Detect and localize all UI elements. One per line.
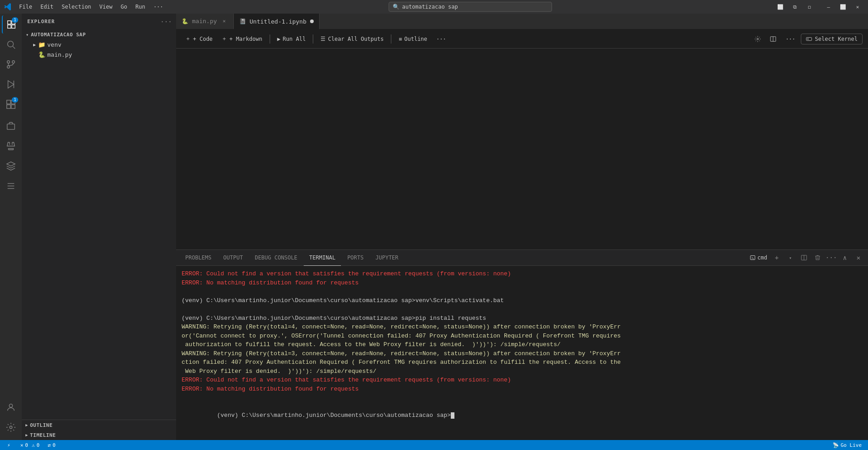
sidebar-actions: ··· (162, 17, 171, 26)
go-live-btn[interactable]: 📡 Go Live (830, 442, 864, 448)
status-errors[interactable]: ✕ 0 ⚠ 0 (19, 440, 42, 450)
search-box[interactable]: 🔍 automatizacao sap (389, 2, 552, 12)
tab-notebook[interactable]: 📓 Untitled-1.ipynb (234, 14, 320, 29)
activity-tools[interactable] (2, 177, 20, 195)
explorer-tree: ▾ AUTOMATIZACAO SAP ▶ 📁 venv ▶ 🐍 main.py (22, 29, 176, 420)
search-text: automatizacao sap (402, 4, 458, 10)
status-bar: ⚡ ✕ 0 ⚠ 0 ⇄ 0 📡 Go Live (0, 440, 868, 450)
panel-close-btn[interactable]: ✕ (853, 252, 864, 264)
panel-more-btn[interactable]: ··· (825, 252, 837, 264)
terminal-line-2: ERROR: No matching distribution found fo… (182, 279, 863, 288)
terminal-trash-btn[interactable] (812, 252, 824, 264)
sidebar-more-btn[interactable]: ··· (162, 17, 171, 26)
sync-icon: ⇄ (48, 442, 51, 448)
layout-btn-2[interactable]: ⧉ (788, 2, 802, 11)
panel-maximize-btn[interactable]: ∧ (839, 252, 851, 264)
notebook-settings-btn[interactable] (751, 34, 764, 44)
terminal-line-5 (182, 305, 863, 314)
maximize-btn[interactable]: ⬜ (836, 2, 850, 11)
layout-btn-3[interactable]: ◻ (803, 2, 816, 11)
toolbar-sep-1 (270, 34, 270, 44)
menu-file[interactable]: File (15, 3, 36, 11)
notebook-split-btn[interactable] (766, 34, 780, 44)
svg-point-26 (808, 38, 809, 39)
timeline-section[interactable]: ▶ TIMELINE (22, 430, 176, 440)
outline-section[interactable]: ▶ OUTLINE (22, 420, 176, 430)
activity-run-debug[interactable] (2, 75, 20, 93)
panel-tab-jupyter[interactable]: JUPYTER (370, 250, 404, 266)
status-remote-btn[interactable]: ⚡ (4, 440, 14, 450)
terminal-prompt-line: (venv) C:\Users\martinho.junior\Document… (182, 402, 863, 429)
panel-tab-debug-console[interactable]: DEBUG CONSOLE (249, 250, 303, 266)
activity-remote[interactable] (2, 117, 20, 135)
activity-explorer[interactable]: 1 (2, 15, 20, 34)
terminal-dropdown-btn[interactable]: ▾ (784, 252, 796, 264)
activity-bar: 1 1 (0, 14, 22, 440)
search-icon: 🔍 (393, 4, 399, 10)
panel-controls: cmd + ▾ (748, 252, 864, 264)
mainpy-label: main.py (47, 51, 72, 58)
tab-mainpy-close[interactable]: ✕ (221, 18, 228, 25)
panel-tab-ports[interactable]: PORTS (342, 250, 369, 266)
outline-btn[interactable]: ≡ Outline (395, 34, 431, 44)
terminal-line-10: WARNING: Retrying (Retry(total=3, connec… (182, 349, 863, 358)
remote-icon: ⚡ (7, 442, 10, 448)
tree-root-folder[interactable]: ▾ AUTOMATIZACAO SAP (22, 29, 176, 39)
panel-tab-output[interactable]: OUTPUT (218, 250, 248, 266)
menu-go[interactable]: Go (117, 3, 131, 11)
add-markdown-btn[interactable]: ＋ + Markdown (218, 33, 266, 44)
menu-edit[interactable]: Edit (37, 3, 57, 11)
activity-source-control[interactable] (2, 55, 20, 73)
add-code-btn[interactable]: ＋ + Code (182, 33, 216, 44)
tab-bar: 🐍 main.py ✕ 📓 Untitled-1.ipynb (176, 14, 868, 29)
activity-bar-bottom (2, 398, 20, 440)
outline-label: OUTLINE (30, 422, 53, 428)
tree-item-mainpy[interactable]: ▶ 🐍 main.py (22, 49, 176, 59)
terminal-line-1: ERROR: Could not find a version that sat… (182, 269, 863, 279)
minimize-btn[interactable]: — (822, 2, 835, 11)
panel-tab-terminal[interactable]: TERMINAL (304, 250, 341, 266)
menu-view[interactable]: View (96, 3, 116, 11)
outline-arrow: ▶ (25, 423, 28, 427)
activity-settings[interactable] (2, 418, 20, 436)
select-kernel-btn[interactable]: Select Kernel (801, 34, 863, 44)
activity-accounts[interactable] (2, 398, 20, 416)
title-search-area: 🔍 automatizacao sap (171, 2, 770, 12)
notebook-content (176, 49, 868, 249)
notebook-toolbar: ＋ + Code ＋ + Markdown ▶ Run All ☰ Clear … (176, 29, 868, 49)
tree-item-venv[interactable]: ▶ 📁 venv (22, 39, 176, 49)
activity-testing[interactable] (2, 137, 20, 155)
plus-code-icon: ＋ (185, 35, 191, 43)
tab-notebook-dirty (310, 20, 314, 23)
menu-more[interactable]: ··· (150, 3, 167, 11)
activity-search[interactable] (2, 35, 20, 54)
toolbar-more-icon: ··· (436, 36, 446, 42)
panel-tab-problems[interactable]: PROBLEMS (180, 250, 217, 266)
svg-point-7 (12, 61, 15, 64)
window-controls: ⬜ ⧉ ◻ — ⬜ ✕ (774, 2, 864, 11)
run-all-icon: ▶ (277, 36, 281, 42)
clear-all-outputs-btn[interactable]: ☰ Clear All Outputs (317, 34, 387, 44)
terminal-split-btn[interactable] (798, 252, 810, 264)
tab-mainpy[interactable]: 🐍 main.py ✕ (176, 14, 234, 29)
activity-gitlens[interactable] (2, 157, 20, 175)
close-btn[interactable]: ✕ (851, 2, 864, 11)
svg-rect-25 (806, 37, 812, 40)
activity-extensions[interactable]: 1 (2, 95, 20, 113)
svg-point-8 (7, 66, 10, 68)
terminal-line-7: WARNING: Retrying (Retry(total=4, connec… (182, 323, 863, 332)
terminal-prompt-text: (venv) C:\Users\martinho.junior\Document… (217, 412, 451, 419)
sync-count: 0 (53, 442, 56, 448)
terminal-content[interactable]: ERROR: Could not find a version that sat… (176, 266, 868, 440)
layout-btn-1[interactable]: ⬜ (774, 2, 787, 11)
menu-run[interactable]: Run (132, 3, 149, 11)
terminal-new-btn[interactable]: + (771, 252, 783, 264)
outline-btn-label: Outline (404, 36, 427, 42)
run-all-label: Run All (283, 36, 306, 42)
toolbar-more-btn[interactable]: ··· (433, 34, 450, 44)
notebook-more2-btn[interactable]: ··· (782, 34, 799, 44)
run-all-btn[interactable]: ▶ Run All (274, 34, 310, 44)
status-sync[interactable]: ⇄ 0 (46, 440, 57, 450)
editor-area: 🐍 main.py ✕ 📓 Untitled-1.ipynb ＋ + Code … (176, 14, 868, 440)
menu-selection[interactable]: Selection (58, 3, 95, 11)
